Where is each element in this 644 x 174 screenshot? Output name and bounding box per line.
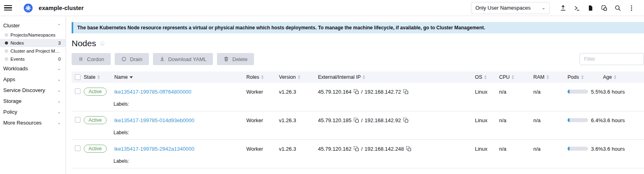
column-header-os[interactable]: OS (475, 74, 499, 80)
table-row[interactable]: Active lke135417-199785-2942a1340000 Wor… (72, 140, 644, 158)
sort-icon (547, 75, 549, 79)
labels-prefix: Labels: (114, 130, 129, 135)
internal-ip: 192.168.142.92 (365, 117, 401, 123)
filter-input[interactable] (580, 53, 644, 65)
column-header-cpu[interactable]: CPU (499, 74, 533, 80)
button-label: Drain (130, 56, 142, 62)
column-header-name[interactable]: Name (114, 74, 246, 80)
copy-kubeconfig-icon[interactable] (597, 2, 611, 14)
sidebar-group-more-resources[interactable]: More Resources⌄ (0, 117, 66, 128)
column-header-label: CPU (499, 74, 510, 80)
column-header-label: Name (114, 74, 128, 80)
age-cell: 3.6 hours (603, 146, 644, 152)
copy-icon[interactable] (353, 146, 359, 151)
search-icon[interactable] (611, 2, 625, 14)
sort-icon (581, 75, 584, 79)
kebab-menu-icon[interactable] (625, 2, 638, 14)
ram-cell: n/a (533, 117, 568, 123)
sidebar-group-policy[interactable]: Policy⌄ (0, 106, 66, 117)
ip-separator: / (361, 89, 363, 95)
column-header-label: State (84, 74, 95, 80)
column-header-label: Age (603, 74, 612, 80)
trash-icon (223, 56, 229, 62)
ip-cell: 45.79.120.185 / 192.168.142.92 (318, 117, 475, 123)
table-row[interactable]: Active lke135417-199785-014d93eb0000 Wor… (72, 111, 644, 129)
status-badge: Active (84, 116, 107, 124)
sidebar-group-service-discovery[interactable]: Service Discovery⌄ (0, 85, 66, 96)
namespace-filter-dropdown[interactable]: Only User Namespaces ⌄ (471, 2, 550, 14)
resource-icon (5, 41, 8, 45)
column-header-age[interactable]: Age (603, 74, 644, 80)
copy-icon[interactable] (403, 117, 409, 123)
row-checkbox[interactable] (75, 145, 80, 151)
column-header-ram[interactable]: RAM (533, 74, 568, 80)
version-cell: v1.26.3 (279, 146, 318, 152)
hamburger-menu-icon[interactable] (4, 5, 12, 11)
chevron-down-icon: ⌄ (542, 5, 545, 10)
internal-ip: 192.168.142.248 (365, 146, 404, 152)
sidebar-item-label: Projects/Namespaces (10, 33, 56, 37)
upload-icon[interactable] (556, 2, 570, 14)
kubernetes-logo-icon (23, 3, 33, 13)
pods-percent: 3.6% (591, 146, 603, 152)
column-header-version[interactable]: Version (279, 74, 318, 80)
copy-icon[interactable] (353, 117, 359, 123)
pods-percent: 6.4% (591, 117, 603, 123)
external-ip: 45.79.120.164 (318, 89, 351, 95)
node-name-link[interactable]: lke135417-199785-2942a1340000 (114, 146, 194, 152)
row-checkbox[interactable] (75, 88, 80, 94)
column-header-pods[interactable]: Pods (568, 74, 603, 80)
sidebar-group-workloads[interactable]: Workloads⌄ (0, 63, 66, 74)
os-cell: Linux (475, 146, 499, 152)
sidebar-item-nodes[interactable]: Nodes3 (0, 39, 66, 47)
node-name-link[interactable]: lke135417-199785-014d93eb0000 (114, 117, 194, 123)
favorite-star-icon[interactable]: ☆ (99, 40, 105, 47)
sidebar-group-cluster[interactable]: Cluster⌃ (0, 20, 66, 31)
copy-icon[interactable] (406, 146, 411, 151)
sidebar-group-storage[interactable]: Storage⌄ (0, 96, 66, 106)
table-row[interactable]: Active lke135417-199785-0ff764800000 Wor… (72, 83, 644, 100)
column-header-state[interactable]: State (84, 74, 114, 80)
sort-icon (614, 75, 616, 79)
external-ip: 45.79.120.162 (318, 146, 351, 152)
row-checkbox[interactable] (75, 117, 80, 123)
table-header: StateNameRolesVersionExternal/Internal I… (72, 72, 644, 83)
sidebar-group-label: Service Discovery (3, 87, 45, 93)
sidebar-item-label: Nodes (10, 41, 24, 45)
sidebar-item-events[interactable]: Events0 (0, 55, 66, 63)
delete-button[interactable]: Delete (217, 53, 254, 65)
resource-icon (5, 57, 8, 61)
node-name-link[interactable]: lke135417-199785-0ff764800000 (114, 89, 191, 95)
sidebar-group-label: More Resources (3, 120, 41, 126)
ip-cell: 45.79.120.162 / 192.168.142.248 (318, 146, 475, 152)
sidebar-item-projects-namespaces[interactable]: Projects/Namespaces (0, 31, 66, 39)
resource-icon (5, 33, 8, 37)
copy-icon[interactable] (353, 89, 359, 94)
drain-button[interactable]: Drain (115, 53, 149, 65)
version-cell: v1.26.3 (279, 89, 318, 95)
external-ip: 45.79.120.185 (318, 117, 351, 123)
sidebar-group-label: Workloads (3, 66, 28, 72)
kubectl-shell-icon[interactable] (570, 2, 584, 14)
download-yaml-button[interactable]: Download YAML (153, 53, 213, 65)
select-all-checkbox[interactable] (75, 74, 80, 80)
drain-icon (121, 56, 127, 62)
sort-icon (298, 75, 300, 79)
ram-cell: n/a (533, 146, 568, 152)
version-cell: v1.26.3 (279, 117, 318, 123)
sidebar-item-cluster-and-project-members[interactable]: Cluster and Project Members (0, 47, 66, 55)
cordon-button[interactable]: Cordon (72, 53, 111, 65)
age-cell: 3.6 hours (603, 89, 644, 95)
sidebar-group-apps[interactable]: Apps⌄ (0, 74, 66, 85)
column-header-external-internal-ip[interactable]: External/Internal IP (318, 74, 475, 80)
internal-ip: 192.168.142.72 (365, 89, 401, 95)
kubeconfig-file-icon[interactable] (584, 2, 597, 14)
ip-separator: / (361, 146, 363, 152)
roles-cell: Worker (246, 89, 279, 95)
toolbar: CordonDrainDownload YAMLDelete (72, 53, 644, 65)
column-header-roles[interactable]: Roles (246, 74, 279, 80)
copy-icon[interactable] (403, 89, 409, 94)
sort-icon (484, 75, 487, 79)
column-header-label: RAM (533, 74, 545, 80)
page-title: Nodes (72, 39, 96, 48)
